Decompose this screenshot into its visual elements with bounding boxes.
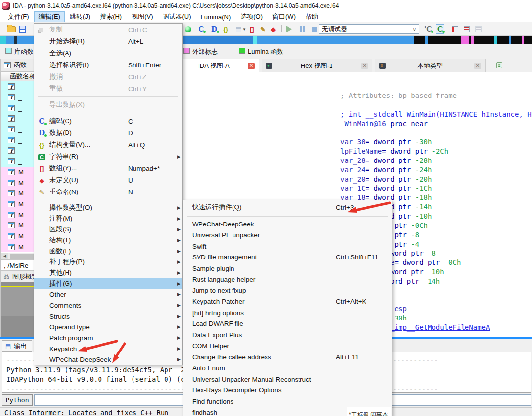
menu-item[interactable]: 重做Ctrl+Y xyxy=(34,83,182,95)
menubar-item[interactable]: 文件(F) xyxy=(3,11,33,22)
array-icon[interactable]: [] xyxy=(250,24,254,34)
menu-item[interactable]: Sample plugin xyxy=(183,263,392,274)
navband-segment xyxy=(6,36,14,44)
menu-item[interactable]: Jump to next fixup xyxy=(183,285,392,296)
menu-item[interactable]: Find functions xyxy=(183,396,392,407)
function-name-fragment: _ xyxy=(18,104,22,112)
submenu-arrow-icon: ▶ xyxy=(175,154,182,159)
data-icon[interactable]: D xyxy=(211,24,217,34)
watches-window-icon[interactable] xyxy=(464,24,470,34)
tab-hex-view-1[interactable]: ●Hex 视图-1✕ xyxy=(262,59,372,72)
menu-item-shortcut: N xyxy=(128,189,175,196)
menubar-item[interactable]: 窗口(W) xyxy=(268,11,300,22)
menu-item[interactable]: 全选(A) xyxy=(34,47,182,59)
menubar-item[interactable]: 编辑(E) xyxy=(34,11,65,22)
debugger-pause-icon[interactable] xyxy=(300,24,305,34)
menu-item[interactable]: 其他(H)▶ xyxy=(34,267,182,278)
menu-item[interactable]: 补丁程序(P)▶ xyxy=(34,256,182,267)
function-icon xyxy=(8,233,15,239)
menu-item[interactable]: 结构(T)▶ xyxy=(34,235,182,246)
menubar-item[interactable]: 视图(V) xyxy=(127,11,157,22)
string-literals-dropdown-icon[interactable]: ▼ xyxy=(236,24,246,34)
menubar-item[interactable]: 选项(O) xyxy=(236,11,267,22)
menubar-item[interactable]: 调试器(U) xyxy=(159,11,196,22)
pseudocode-active-icon[interactable]: C xyxy=(436,24,444,34)
menu-separator xyxy=(38,200,178,200)
menu-item[interactable]: Auto Enum xyxy=(183,363,392,374)
menu-item[interactable]: D数据(D)D xyxy=(34,127,182,139)
menu-item[interactable]: Structs▶ xyxy=(34,311,182,321)
menu-item[interactable]: Load DWARF file xyxy=(183,319,392,330)
menu-item-label: WPeChat-DeepSeek xyxy=(49,356,128,363)
menu-item[interactable]: 撤消Ctrl+Z xyxy=(34,71,182,83)
close-icon[interactable]: ✕ xyxy=(248,63,255,69)
breakpoints-window-icon[interactable] xyxy=(452,24,458,34)
menu-item[interactable]: Change the callee addressAlt+F11 xyxy=(183,352,392,363)
menu-item[interactable]: ◆未定义(U)U xyxy=(34,174,182,186)
close-icon[interactable]: ✕ xyxy=(474,63,481,69)
save-icon[interactable] xyxy=(19,24,26,34)
menu-item[interactable]: 区段(S)▶ xyxy=(34,224,182,235)
menubar-item[interactable]: 跳转(J) xyxy=(66,11,95,22)
menu-item[interactable]: WPeChat-DeepSeek▶ xyxy=(34,354,182,365)
menu-item[interactable]: {}结构变量(V)...Alt+Q xyxy=(34,139,182,151)
navband-segment xyxy=(182,36,253,44)
menu-item[interactable]: 插件(G)▶ xyxy=(34,278,182,289)
menu-item[interactable]: 操作数类型(O)▶ xyxy=(34,202,182,213)
menu-item[interactable]: []数组(Y)...Numpad+* xyxy=(34,162,182,174)
function-icon xyxy=(8,244,15,250)
structures-window-icon[interactable]: ≣ xyxy=(496,62,502,68)
menu-item[interactable]: Rust language helper xyxy=(183,274,392,286)
menu-item-shortcut: Ctrl+3 xyxy=(336,204,383,211)
menu-item[interactable]: Patch program▶ xyxy=(34,332,182,343)
menu-item[interactable]: [hrt] hrtng options xyxy=(183,307,392,319)
menu-item[interactable]: Keypatch▶ xyxy=(34,343,182,354)
menu-item[interactable]: 复制Ctrl+C xyxy=(34,24,182,35)
debugger-stop-icon[interactable] xyxy=(312,24,317,34)
menu-item[interactable]: ✎重命名(N)N xyxy=(34,186,182,198)
tab-ida-view-a[interactable]: IDA 视图-A✕ xyxy=(179,59,259,72)
menu-item[interactable]: Other▶ xyxy=(34,289,182,300)
debugger-start-icon[interactable] xyxy=(286,24,292,34)
menu-item-shortcut: Alt+L xyxy=(128,38,175,45)
code-icon[interactable]: C xyxy=(199,24,204,34)
menu-item[interactable]: Operand type▶ xyxy=(34,321,182,332)
menu-item[interactable]: COM Helper xyxy=(183,341,392,352)
trace-window-icon[interactable] xyxy=(475,24,482,34)
menubar-item[interactable]: Lumina(N) xyxy=(197,12,235,22)
menu-item[interactable]: Hex-Rays Decompiler Options xyxy=(183,385,392,396)
rename-icon[interactable]: ✎ xyxy=(260,24,266,34)
pseudocode-icon[interactable]: 'C xyxy=(424,24,432,34)
scroll-left-icon[interactable]: ◀ xyxy=(1,253,8,259)
debugger-select[interactable]: 无调试器 ∨ xyxy=(319,24,419,34)
close-icon[interactable]: ✕ xyxy=(361,63,368,69)
menu-item[interactable]: 快速运行插件(Q)Ctrl+3 xyxy=(183,200,392,214)
undefine-icon[interactable]: ◆ xyxy=(271,24,276,34)
menu-item[interactable]: Comments▶ xyxy=(34,300,182,311)
python-prompt-button[interactable]: Python xyxy=(2,394,33,406)
function-name-fragment: M xyxy=(18,190,24,197)
menu-item[interactable]: 选择标识符(I)Shift+Enter xyxy=(34,59,182,71)
output-panel-title[interactable]: ▤ 输出 xyxy=(2,340,32,352)
open-file-icon[interactable] xyxy=(7,24,16,34)
menu-item[interactable]: C字符串(R)▶ xyxy=(34,151,182,162)
menu-item[interactable]: WPeChat-DeepSeek xyxy=(183,219,392,230)
menu-item-shortcut: Ctrl+Z xyxy=(128,73,175,81)
struct-var-icon[interactable]: {} xyxy=(223,24,228,34)
menu-item[interactable]: 函数(F)▶ xyxy=(34,246,182,256)
menu-item[interactable]: Keypatch PatcherCtrl+Alt+K xyxy=(183,296,392,308)
menu-item[interactable]: 开始选择(B)Alt+L xyxy=(34,35,182,47)
menu-item[interactable]: Universal PE unpacker xyxy=(183,230,392,241)
tab-local-types[interactable]: 0本地类型✕ xyxy=(375,59,486,72)
menubar-item[interactable]: 帮助 xyxy=(301,11,323,22)
menu-item[interactable]: 注释(M)▶ xyxy=(34,213,182,224)
window-title: IDA - python-3.14.0a5-amd64.exe.i64 (pyt… xyxy=(13,2,339,9)
disassembly-line: var_30= dword ptr -30h xyxy=(340,137,532,147)
menu-item[interactable]: Universal Unpacker Manual Reconstruct xyxy=(183,374,392,385)
menubar-item[interactable]: 搜索(H) xyxy=(96,11,126,22)
menu-item[interactable]: C编码(C)C xyxy=(34,115,182,127)
menu-item[interactable]: Data Export Plus xyxy=(183,329,392,341)
menu-item[interactable]: 导出数据(X) xyxy=(34,99,182,111)
menu-item[interactable]: Swift xyxy=(183,241,392,252)
menu-item[interactable]: SVD file managementCtrl+Shift+F11 xyxy=(183,252,392,263)
